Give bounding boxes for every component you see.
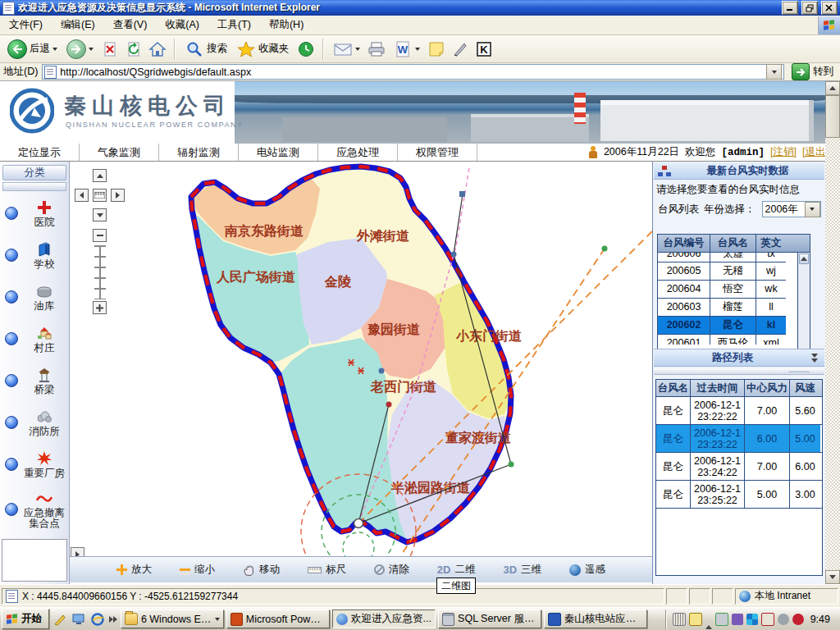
scroll-thumb[interactable]	[825, 95, 840, 138]
sidebar-item-school[interactable]: 学校	[2, 238, 67, 272]
table-scrollbar[interactable]	[797, 253, 810, 362]
map-zoom-out-button[interactable]: 缩小	[180, 563, 215, 577]
map-ruler-button[interactable]: 标尺	[308, 563, 346, 577]
mail-button[interactable]	[331, 38, 363, 61]
messenger-tray-icon[interactable]	[732, 614, 743, 625]
sidebar-item-important-plant[interactable]: 重要厂房	[2, 447, 67, 482]
path-list-header[interactable]: 路径列表	[654, 349, 824, 367]
pan-down-button[interactable]	[93, 208, 107, 221]
panel-splitter[interactable]	[654, 368, 824, 375]
table-row[interactable]: 200606 太虚 tx	[658, 253, 786, 262]
scroll-up-button[interactable]	[825, 81, 840, 95]
tab-emergency[interactable]: 应急处理	[318, 144, 398, 161]
sphere-toggle-icon[interactable]	[5, 332, 18, 345]
zoom-slider[interactable]	[94, 245, 106, 299]
quick-launch-pen-icon[interactable]	[52, 611, 68, 628]
tray-expand-icon[interactable]	[705, 614, 712, 625]
taskbar-item-powerpoint[interactable]: Microsoft PowerP...	[226, 609, 330, 628]
table-row[interactable]: 昆仑 2006-12-1 23:24:22 7.00 6.00	[656, 453, 822, 481]
tab-weather[interactable]: 气象监测	[80, 144, 159, 161]
start-button[interactable]: 开始	[2, 609, 49, 629]
antivirus-tray-icon[interactable]	[761, 613, 774, 626]
menu-tools[interactable]: 工具(T)	[208, 16, 260, 34]
sphere-toggle-icon[interactable]	[5, 458, 18, 471]
go-button[interactable]: 转到	[788, 63, 837, 80]
history-button[interactable]	[296, 39, 316, 59]
back-dropdown-icon[interactable]	[52, 48, 57, 51]
taskbar-item-sql-server[interactable]: SQL Server 服务...	[438, 609, 541, 628]
pan-right-button[interactable]	[111, 189, 125, 202]
table-row[interactable]: 200601 西马伦 xml	[658, 335, 786, 345]
ati-tray-icon[interactable]	[792, 614, 804, 625]
table-row[interactable]: 200605 无稽 wj	[658, 262, 786, 281]
tab-radiation[interactable]: 辐射监测	[159, 144, 239, 161]
sidebar-item-fire-station[interactable]: 消防所	[2, 405, 67, 440]
scroll-up-button[interactable]	[799, 253, 809, 264]
table-row[interactable]: 昆仑 2006-12-1 23:22:22 7.00 5.60	[656, 397, 822, 425]
map-3d-button[interactable]: 3D三维	[503, 563, 541, 577]
grid-tray-icon[interactable]	[746, 614, 758, 625]
page-scrollbar[interactable]	[825, 81, 840, 584]
refresh-button[interactable]	[124, 39, 144, 59]
taskbar-item-word-document[interactable]: 秦山核电站应急...	[544, 609, 647, 628]
address-input[interactable]: http://localhost/QSgridwebgis/default.as…	[42, 64, 784, 80]
pen-button[interactable]	[450, 39, 470, 59]
pan-center-button[interactable]	[93, 189, 107, 202]
k-app-button[interactable]: K	[474, 39, 494, 59]
tab-permissions[interactable]: 权限管理	[398, 144, 477, 161]
sql-tray-icon[interactable]	[715, 613, 728, 626]
map-2d-button[interactable]: 2D二维	[437, 563, 476, 577]
pan-left-button[interactable]	[75, 189, 89, 202]
menu-view[interactable]: 查看(V)	[104, 16, 157, 34]
sidebar-item-bridge[interactable]: 桥梁	[2, 363, 67, 398]
quick-launch-desktop-icon[interactable]	[71, 611, 87, 628]
notes-button[interactable]	[427, 39, 446, 59]
word-dropdown-icon[interactable]	[415, 48, 420, 51]
home-button[interactable]	[148, 39, 167, 59]
back-button[interactable]: 后退	[5, 38, 60, 61]
help-tray-icon[interactable]	[689, 613, 702, 626]
map-canvas[interactable]: 南京东路街道 外滩街道 人民广场街道 金陵 豫园街道 小东门街道 老西门街道 董…	[70, 162, 652, 556]
favorites-button[interactable]: 收藏夹	[234, 38, 292, 61]
logout-link[interactable]: [注销]	[770, 145, 797, 159]
collapse-chevron-icon[interactable]	[811, 354, 818, 363]
volume-tray-icon[interactable]	[778, 614, 789, 625]
edit-with-word-button[interactable]: W	[390, 38, 422, 61]
sidebar-item-assembly-point[interactable]: 应急撤离集合点	[2, 489, 67, 529]
taskbar-item-emergency-system[interactable]: 欢迎进入应急资...	[332, 609, 436, 628]
address-dropdown-button[interactable]	[766, 64, 782, 80]
menu-file[interactable]: 文件(F)	[0, 16, 52, 34]
sphere-toggle-icon[interactable]	[5, 207, 18, 220]
forward-dropdown-icon[interactable]	[89, 48, 94, 51]
quick-launch-overflow-icon[interactable]	[108, 611, 118, 628]
sphere-toggle-icon[interactable]	[5, 503, 18, 516]
forward-button[interactable]	[64, 38, 96, 61]
search-button[interactable]: 搜索	[182, 38, 230, 61]
minimize-button[interactable]	[782, 1, 798, 15]
mail-dropdown-icon[interactable]	[355, 48, 360, 51]
stop-button[interactable]	[100, 39, 120, 59]
map-zoom-in-button[interactable]: 放大	[116, 563, 152, 577]
table-row-selected[interactable]: 200602 昆仑 kl	[658, 317, 786, 335]
tab-plant[interactable]: 电站监测	[239, 144, 318, 161]
table-row[interactable]: 昆仑 2006-12-1 23:25:22 5.00 3.00	[656, 481, 822, 509]
year-select[interactable]: 2006年	[762, 201, 821, 217]
sidebar-item-oil-depot[interactable]: 油库	[2, 280, 67, 314]
table-row[interactable]: 200604 悟空 wk	[658, 281, 786, 299]
sphere-toggle-icon[interactable]	[5, 416, 18, 429]
close-button[interactable]	[821, 1, 838, 15]
sidebar-item-village[interactable]: 村庄	[2, 322, 67, 356]
menu-edit[interactable]: 编辑(E)	[52, 16, 104, 34]
quick-launch-ie-icon[interactable]	[89, 611, 106, 628]
sidebar-item-hospital[interactable]: 医院	[2, 196, 67, 231]
sphere-toggle-icon[interactable]	[5, 374, 18, 387]
print-button[interactable]	[367, 39, 386, 59]
restore-button[interactable]	[801, 1, 818, 15]
map-pan-button[interactable]: 移动	[243, 563, 280, 577]
sphere-toggle-icon[interactable]	[5, 249, 18, 262]
zoom-out-step-button[interactable]	[93, 229, 107, 242]
keyboard-tray-icon[interactable]	[673, 613, 686, 626]
scroll-down-button[interactable]	[825, 570, 840, 584]
menu-help[interactable]: 帮助(H)	[260, 16, 313, 34]
year-dropdown-button[interactable]	[805, 202, 820, 217]
